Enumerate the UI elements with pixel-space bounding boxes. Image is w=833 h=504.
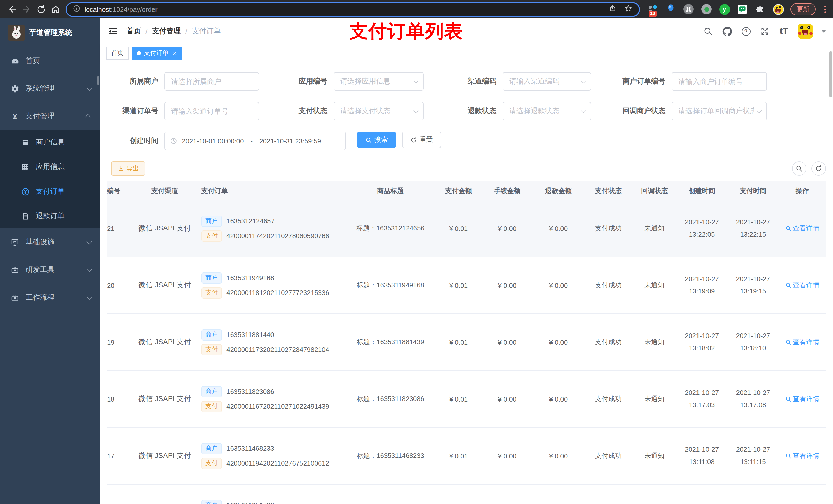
- callback-status-label: 回调商户状态: [614, 106, 672, 116]
- sidebar-item-refund-order[interactable]: 退款订单: [0, 204, 100, 229]
- ext-balloon-icon[interactable]: [665, 4, 676, 15]
- browser-toolbar: localhost:1024/pay/order 10: [0, 0, 833, 19]
- tab-pay-order[interactable]: 支付订单: [132, 46, 182, 60]
- view-details-link[interactable]: 查看详情: [785, 224, 819, 233]
- sidebar-item-label: 退款订单: [36, 212, 65, 221]
- pay-status-select[interactable]: 请选择支付状态: [334, 102, 424, 120]
- browser-menu-icon[interactable]: [822, 6, 828, 13]
- ext-letter: y: [722, 6, 726, 13]
- view-details-link[interactable]: 查看详情: [785, 451, 819, 460]
- extension-badge: 10: [648, 11, 657, 17]
- view-details-link[interactable]: 查看详情: [785, 394, 819, 404]
- close-icon[interactable]: [172, 50, 177, 55]
- yen-circle-icon: [21, 187, 30, 196]
- table-row[interactable]: 20 微信 JSAPI 支付 商户1635311949168 支付4200001…: [107, 257, 826, 314]
- search-icon[interactable]: [703, 26, 713, 37]
- sidebar-item-pay[interactable]: ¥ 支付管理: [0, 102, 100, 130]
- reload-icon[interactable]: [34, 2, 48, 16]
- show-search-toggle-button[interactable]: [792, 161, 806, 176]
- export-button[interactable]: 导出: [111, 161, 145, 176]
- refund-status-label: 退款状态: [445, 106, 503, 116]
- github-icon[interactable]: [722, 26, 732, 37]
- sidebar-item-infra[interactable]: 基础设施: [0, 229, 100, 256]
- table-header: 编号 支付渠道 支付订单 商品标题 支付金额 手续金额 退款金额 支付状态 回调…: [107, 181, 826, 200]
- table-row[interactable]: 18 微信 JSAPI 支付 商户1635311823086 支付4200001…: [107, 371, 826, 428]
- yen-icon: ¥: [10, 112, 20, 121]
- sidebar-item-home[interactable]: 首页: [0, 47, 100, 75]
- forward-icon[interactable]: [20, 2, 34, 16]
- refund-status-select[interactable]: 请选择退款状态: [503, 102, 591, 120]
- view-details-link[interactable]: 查看详情: [785, 338, 819, 347]
- ext-command-icon[interactable]: [683, 4, 694, 15]
- sidebar-item-workflow[interactable]: 工作流程: [0, 284, 100, 311]
- chrome-update-button[interactable]: 更新: [790, 3, 815, 15]
- app-title: 芋道管理系统: [29, 28, 72, 38]
- sidebar-item-pay-order[interactable]: 支付订单: [0, 179, 100, 204]
- table-row[interactable]: 商户1635311251726 支付: [107, 484, 826, 504]
- extensions-area: 10 y 更新: [647, 3, 828, 15]
- sidebar-item-app-info[interactable]: 应用信息: [0, 155, 100, 179]
- address-bar[interactable]: localhost:1024/pay/order: [66, 2, 640, 17]
- breadcrumb-pay[interactable]: 支付管理: [152, 27, 181, 36]
- table-row[interactable]: 21 微信 JSAPI 支付 商户1635312124657 支付4200001…: [107, 200, 826, 257]
- ext-y-icon[interactable]: y: [719, 4, 730, 15]
- pay-tag: 支付: [201, 401, 222, 412]
- sidebar-item-devtools[interactable]: 研发工具: [0, 256, 100, 284]
- sidebar-item-merchant-info[interactable]: 商户信息: [0, 130, 100, 155]
- view-details-link[interactable]: 查看详情: [785, 281, 819, 290]
- share-icon[interactable]: [609, 4, 617, 14]
- collapse-sidebar-icon[interactable]: [106, 25, 119, 38]
- create-time-range-input[interactable]: 2021-10-01 00:00:00 - 2021-10-31 23:59:5…: [164, 131, 346, 150]
- chevron-down-icon: [87, 266, 93, 272]
- merchant-input[interactable]: [164, 72, 259, 91]
- pay-submenu: 商户信息 应用信息 支付订单: [0, 130, 100, 229]
- sidebar-item-system[interactable]: 系统管理: [0, 75, 100, 102]
- profile-avatar-icon[interactable]: [772, 4, 784, 15]
- app-logo[interactable]: 芋道管理系统: [0, 19, 100, 47]
- callback-status-select[interactable]: 请选择订单回调商户状态: [672, 102, 767, 120]
- reset-button[interactable]: 重置: [402, 131, 441, 148]
- tags-view-bar: 首页 支付订单: [100, 44, 833, 63]
- user-avatar[interactable]: [798, 24, 813, 39]
- refresh-table-button[interactable]: [811, 161, 826, 176]
- bookmark-star-icon[interactable]: [624, 4, 633, 15]
- merchant-order-no-input[interactable]: [672, 72, 767, 91]
- site-info-icon[interactable]: [73, 4, 80, 14]
- table-row[interactable]: 17 微信 JSAPI 支付 商户1635311468233 支付4200001…: [107, 428, 826, 484]
- breadcrumb-separator: /: [186, 27, 188, 35]
- ext-tabs-icon[interactable]: 10: [647, 4, 658, 15]
- channel-order-no-input[interactable]: [164, 102, 259, 120]
- channel-code-select[interactable]: 请输入渠道编码: [503, 72, 591, 91]
- pay-tag: 支付: [201, 287, 222, 298]
- chevron-down-icon: [413, 108, 419, 113]
- refresh-icon: [815, 165, 822, 172]
- chevron-down-icon: [87, 239, 93, 245]
- app-select[interactable]: 请选择应用信息: [334, 72, 424, 91]
- create-time-label: 创建时间: [107, 136, 164, 145]
- sidebar-item-label: 首页: [26, 56, 40, 66]
- channel-order-no-label: 渠道订单号: [107, 106, 164, 116]
- search-icon: [785, 453, 791, 459]
- avatar-caret-icon[interactable]: [822, 30, 826, 32]
- back-icon[interactable]: [5, 2, 20, 16]
- merchant-label: 所属商户: [107, 77, 164, 86]
- sidebar-scrollbar[interactable]: [97, 76, 99, 85]
- page-scrollbar[interactable]: [829, 51, 832, 97]
- table-row[interactable]: 19 微信 JSAPI 支付 商户1635311881440 支付4200001…: [107, 314, 826, 371]
- fullscreen-icon[interactable]: [760, 26, 770, 37]
- page-title: 支付订单列表: [349, 19, 463, 44]
- home-icon[interactable]: [48, 2, 63, 16]
- orders-table: 编号 支付渠道 支付订单 商品标题 支付金额 手续金额 退款金额 支付状态 回调…: [107, 181, 826, 504]
- font-size-icon[interactable]: tT: [779, 26, 789, 37]
- search-button[interactable]: 搜索: [357, 131, 396, 148]
- ext-record-icon[interactable]: [701, 4, 712, 15]
- help-icon[interactable]: ?: [741, 26, 751, 37]
- chevron-down-icon: [581, 108, 586, 113]
- extensions-puzzle-icon[interactable]: [755, 4, 766, 15]
- ext-chat-icon[interactable]: [737, 4, 748, 15]
- sidebar-item-label: 支付管理: [26, 112, 54, 121]
- tab-home[interactable]: 首页: [106, 46, 128, 60]
- active-dot: [137, 51, 141, 55]
- chevron-down-icon: [87, 294, 93, 300]
- breadcrumb-home[interactable]: 首页: [126, 27, 141, 36]
